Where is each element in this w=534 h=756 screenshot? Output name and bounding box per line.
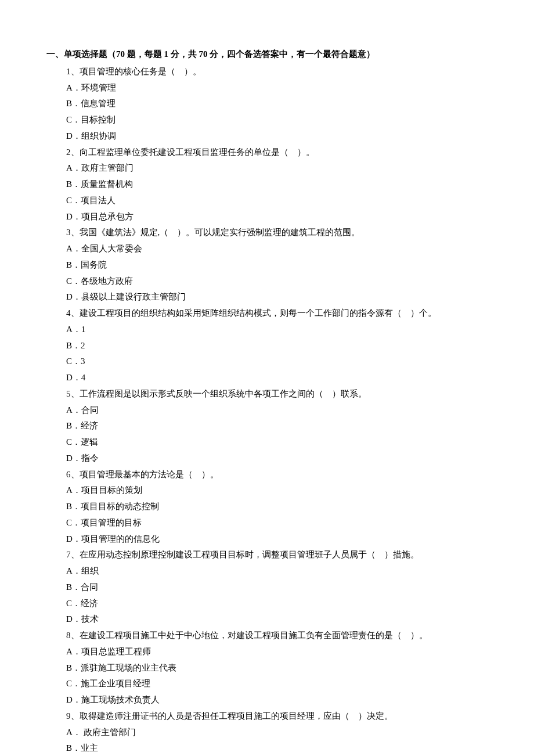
question-option: A．全国人大常委会 xyxy=(66,241,488,257)
question-option: C．经济 xyxy=(66,596,488,612)
question-stem: 9、取得建造师注册证书的人员是否担任工程项目施工的项目经理，应由（ ）决定。 xyxy=(66,708,488,725)
question-option: B．国务院 xyxy=(66,257,488,273)
question-option: B．2 xyxy=(66,338,488,354)
section-heading: 一、单项选择题（70 题，每题 1 分，共 70 分，四个备选答案中，有一个最符… xyxy=(46,46,488,63)
question-option: D．技术 xyxy=(66,611,488,628)
question-option: B．派驻施工现场的业主代表 xyxy=(66,660,488,676)
question-option: B．质量监督机构 xyxy=(66,177,488,193)
question-option: B．经济 xyxy=(66,418,488,434)
question-option: B．信息管理 xyxy=(66,96,488,112)
question-option: C．项目法人 xyxy=(66,193,488,209)
question-option: A．组织 xyxy=(66,563,488,579)
question-option: C．施工企业项目经理 xyxy=(66,676,488,692)
question-option: A．合同 xyxy=(66,402,488,419)
question-option: A．政府主管部门 xyxy=(66,160,488,177)
question-option: D．项目总承包方 xyxy=(66,209,488,225)
question-option: B．业主 xyxy=(66,740,488,756)
question-option: D．项目管理的的信息化 xyxy=(66,531,488,548)
question-option: D．县级以上建设行政主管部门 xyxy=(66,289,488,305)
question-option: D．组织协调 xyxy=(66,128,488,145)
question-option: C．各级地方政府 xyxy=(66,273,488,290)
question-stem: 8、在建设工程项目施工中处于中心地位，对建设工程项目施工负有全面管理责任的是（ … xyxy=(66,628,488,644)
question-option: B．合同 xyxy=(66,579,488,596)
question-stem: 4、建设工程项目的组织结构如采用矩阵组织结构模式，则每一个工作部门的指令源有（ … xyxy=(66,305,488,322)
question-stem: 5、工作流程图是以图示形式反映一个组织系统中各项工作之间的（ ）联系。 xyxy=(66,386,488,402)
question-option: D．施工现场技术负责人 xyxy=(66,692,488,708)
question-option: C．目标控制 xyxy=(66,112,488,128)
question-stem: 7、在应用动态控制原理控制建设工程项目目标时，调整项目管理班子人员属于（ ）措施… xyxy=(66,547,488,563)
question-stem: 6、项目管理最基本的方法论是（ ）。 xyxy=(66,467,488,483)
question-stem: 1、项目管理的核心任务是（ ）。 xyxy=(66,64,488,80)
question-option: C．项目管理的目标 xyxy=(66,515,488,531)
question-option: C．3 xyxy=(66,354,488,370)
question-option: A．环境管理 xyxy=(66,80,488,96)
question-option: A． 政府主管部门 xyxy=(66,725,488,741)
question-option: A．项目目标的策划 xyxy=(66,483,488,499)
question-stem: 2、向工程监理单位委托建设工程项目监理任务的单位是（ ）。 xyxy=(66,145,488,161)
question-option: B．项目目标的动态控制 xyxy=(66,499,488,515)
questions-container: 1、项目管理的核心任务是（ ）。 A．环境管理 B．信息管理 C．目标控制 D．… xyxy=(46,64,488,756)
question-option: D．4 xyxy=(66,370,488,386)
question-stem: 3、我国《建筑法》规定,（ ）。可以规定实行强制监理的建筑工程的范围。 xyxy=(66,225,488,241)
question-option: D．指令 xyxy=(66,451,488,467)
question-option: C．逻辑 xyxy=(66,434,488,451)
question-option: A．1 xyxy=(66,322,488,338)
question-option: A．项目总监理工程师 xyxy=(66,644,488,660)
